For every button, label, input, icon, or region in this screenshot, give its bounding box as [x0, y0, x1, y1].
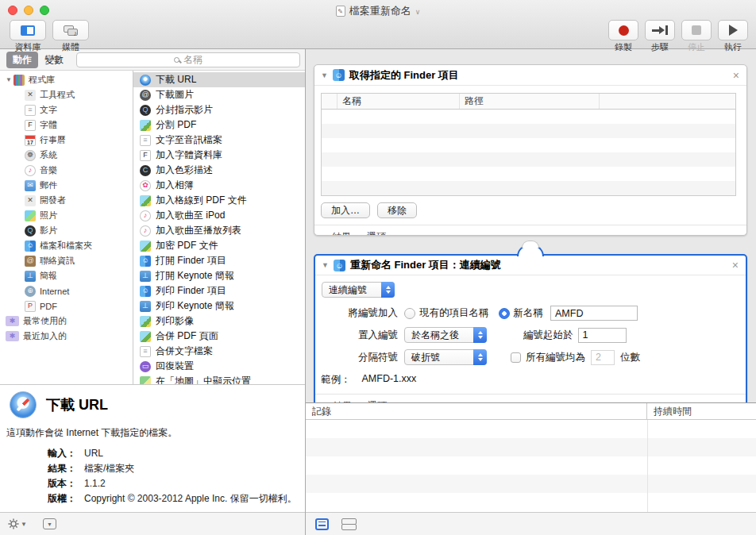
record-button[interactable]: 錄製 [608, 20, 638, 53]
sidebar-item[interactable]: Q 影片 [0, 223, 133, 238]
action-list-item[interactable]: 在「地圖」中顯示位置 [133, 374, 305, 384]
sidebar-item[interactable]: ▼ 程式庫 [0, 72, 133, 87]
sidebar-item[interactable]: ⊥ 簡報 [0, 268, 133, 283]
pad-digits-label[interactable]: 所有編號均為 [526, 351, 585, 364]
radio-existing-name[interactable] [404, 308, 415, 319]
search-input[interactable]: 名稱 [76, 52, 300, 67]
window-title-group[interactable]: ✎ 檔案重新命名 ∨ [336, 0, 421, 18]
log-row[interactable] [306, 456, 756, 475]
rename-type-popup[interactable]: 連續編號 [322, 282, 395, 298]
icon-column-header[interactable] [322, 94, 338, 109]
log-row[interactable] [306, 475, 756, 493]
minimize-window-button[interactable] [24, 6, 33, 15]
action-list-item[interactable]: ✿ 加入相簿 [133, 178, 305, 193]
pad-digits-checkbox[interactable] [511, 352, 521, 363]
action-list-item[interactable]: ≡ 合併文字檔案 [133, 344, 305, 359]
log-row[interactable] [306, 493, 756, 511]
sidebar-item[interactable]: ✱ 最近加入的 [0, 329, 133, 344]
disclosure-triangle-icon[interactable]: ▼ [321, 71, 328, 79]
titlebar[interactable]: ✎ 檔案重新命名 ∨ [0, 0, 756, 17]
media-toolbar-button[interactable]: ♪ 媒體 [52, 20, 89, 53]
action-list-item[interactable]: ⊥ 打開 Keynote 簡報 [133, 268, 305, 283]
sidebar-item[interactable]: @ 聯絡資訊 [0, 253, 133, 268]
log-row[interactable] [306, 420, 756, 438]
results-link[interactable]: 結果 [332, 230, 351, 236]
radio-new-name[interactable] [499, 308, 510, 319]
remove-items-button[interactable]: 移除 [377, 202, 417, 218]
library-toolbar-button[interactable]: 資料庫 [10, 20, 46, 53]
sidebar-item[interactable]: ✕ 工具程式 [0, 87, 133, 102]
action-list-item[interactable]: 加密 PDF 文件 [133, 238, 305, 253]
tab-variables[interactable]: 變數 [38, 52, 70, 68]
workflow-action-rename-finder-items[interactable]: ▼ ☺ 重新命名 Finder 項目：連續編號 × 連續編號 將編號加入 [314, 254, 747, 402]
tab-actions[interactable]: 動作 [6, 52, 38, 68]
action-list-item[interactable]: C 加入色彩描述 [133, 163, 305, 178]
disclosure-triangle-icon[interactable]: ▼ [322, 261, 329, 269]
run-button[interactable]: 執行 [718, 20, 748, 53]
log-list-view-button[interactable] [315, 518, 329, 530]
sidebar-item[interactable]: ≡ 文字 [0, 102, 133, 117]
radio-existing-label[interactable]: 現有的項目名稱 [419, 306, 489, 320]
action-list-item[interactable]: ☺ 打開 Finder 項目 [133, 253, 305, 268]
sidebar-item[interactable]: 照片 [0, 208, 133, 223]
log-record-column-header[interactable]: 記錄 [306, 403, 647, 419]
workflow-action-get-finder-items[interactable]: ▼ ☺ 取得指定的 Finder 項目 × 名稱 路徑 [314, 64, 747, 236]
table-row[interactable] [322, 124, 735, 138]
close-window-button[interactable] [8, 6, 17, 15]
sidebar-item[interactable]: ✕ 開發者 [0, 193, 133, 208]
options-link[interactable]: 選項 [368, 399, 387, 402]
action-list-item[interactable]: ✦ 下載 URL [133, 72, 305, 87]
close-icon[interactable]: × [732, 260, 739, 271]
options-link[interactable]: 選項 [367, 230, 386, 236]
action-list-item[interactable]: 加入格線到 PDF 文件 [133, 193, 305, 208]
action-menu-button[interactable]: ▼ [8, 518, 27, 529]
table-row[interactable] [322, 167, 735, 181]
action-list-item[interactable]: @ 下載圖片 [133, 87, 305, 102]
path-column-header[interactable]: 路徑 [460, 94, 600, 109]
add-items-button[interactable]: 加入… [321, 202, 370, 218]
start-number-input[interactable]: 1 [578, 328, 627, 343]
name-column-header[interactable]: 名稱 [338, 94, 460, 109]
action-list-item[interactable]: 分割 PDF [133, 117, 305, 133]
action-header[interactable]: ▼ ☺ 取得指定的 Finder 項目 × [314, 65, 746, 86]
sidebar-item[interactable]: ☸ 系統 [0, 148, 133, 163]
log-row[interactable] [306, 438, 756, 456]
new-name-input[interactable]: AMFD [550, 306, 638, 321]
stop-button[interactable]: 停止 [681, 20, 712, 53]
action-list-item[interactable]: ♪ 加入歌曲至 iPod [133, 208, 305, 223]
place-number-popup[interactable]: 於名稱之後 [404, 327, 487, 343]
close-icon[interactable]: × [733, 70, 739, 81]
table-row[interactable] [322, 181, 735, 195]
separator-popup[interactable]: 破折號 [404, 349, 487, 365]
sidebar-item[interactable]: ✱ 最常使用的 [0, 314, 133, 329]
sidebar-item[interactable]: ⊕ Internet [0, 283, 133, 298]
sidebar-item[interactable]: ♪ 音樂 [0, 163, 133, 178]
action-list-item[interactable]: 列印影像 [133, 314, 305, 329]
table-row[interactable] [322, 110, 735, 124]
action-header[interactable]: ▼ ☺ 重新命名 Finder 項目：連續編號 × [315, 256, 746, 275]
sidebar-item[interactable]: ✉ 郵件 [0, 178, 133, 193]
sidebar-item[interactable]: ☺ 檔案和檔案夾 [0, 238, 133, 253]
action-list-item[interactable]: ♪ 加入歌曲至播放列表 [133, 223, 305, 238]
table-row[interactable] [322, 152, 735, 167]
step-button[interactable]: 步驟 [645, 20, 675, 53]
log-grouped-view-button[interactable] [341, 518, 357, 530]
table-row[interactable] [322, 138, 735, 152]
workflow-canvas[interactable]: ▼ ☺ 取得指定的 Finder 項目 × 名稱 路徑 [306, 49, 756, 402]
action-list-item[interactable]: 合併 PDF 頁面 [133, 329, 305, 344]
pad-digits-input[interactable]: 2 [591, 350, 615, 365]
sidebar-item[interactable]: P PDF [0, 298, 133, 314]
action-list-item[interactable]: ≡ 文字至音訊檔案 [133, 133, 305, 148]
action-list-item[interactable]: Q 分封指示影片 [133, 102, 305, 117]
action-list-item[interactable]: ▭ 回復裝置 [133, 359, 305, 374]
action-list-item[interactable]: ☺ 列印 Finder 項目 [133, 283, 305, 298]
sidebar-item[interactable]: F 字體 [0, 117, 133, 133]
radio-new-label[interactable]: 新名稱 [514, 306, 544, 320]
action-list-item[interactable]: F 加入字體資料庫 [133, 148, 305, 163]
disclosure-triangle-icon[interactable]: ▼ [4, 76, 14, 83]
action-list-item[interactable]: ⊥ 列印 Keynote 簡報 [133, 298, 305, 314]
toggle-description-button[interactable]: ▼ [43, 518, 56, 529]
results-link[interactable]: 結果 [333, 399, 352, 402]
zoom-window-button[interactable] [40, 6, 49, 15]
sidebar-item[interactable]: 17 行事曆 [0, 133, 133, 148]
